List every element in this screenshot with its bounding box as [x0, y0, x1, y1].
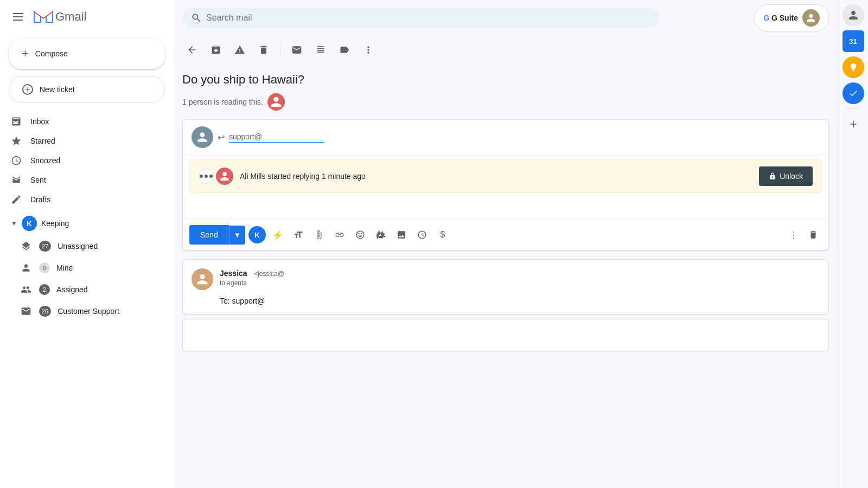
inbox-label: Inbox — [30, 117, 49, 126]
unassigned-label: Unassigned — [58, 242, 98, 251]
message-body: To: support@ — [192, 297, 820, 305]
mail-icon — [20, 305, 33, 318]
mine-label: Mine — [56, 264, 73, 272]
gsuite-g-label: G G Suite — [763, 14, 798, 22]
main-content: G G Suite — [174, 0, 838, 488]
discard-draft-button[interactable] — [805, 226, 822, 243]
reply-user-avatar — [192, 126, 213, 148]
menu-icon[interactable] — [9, 9, 27, 25]
inbox-icon — [11, 116, 22, 127]
compose-button[interactable]: + Compose — [9, 38, 165, 69]
star-icon — [11, 136, 22, 146]
sidebar-header: Gmail — [0, 4, 174, 34]
compose-plus-icon: + — [22, 47, 29, 61]
link-button[interactable] — [331, 226, 348, 243]
layers-icon — [20, 240, 33, 253]
check-right-button[interactable] — [843, 82, 864, 104]
sent-label: Sent — [30, 176, 46, 184]
keeping-k-right-icon[interactable] — [843, 4, 864, 26]
reading-bar: 1 person is reading this. — [182, 93, 829, 111]
toolbar-separator — [280, 44, 280, 55]
emoji-button[interactable] — [352, 226, 369, 243]
sidebar-item-mine[interactable]: 0 Mine — [0, 257, 174, 279]
typing-dots — [200, 175, 213, 178]
sender-name: Jessica — [220, 269, 247, 278]
calendar-right-button[interactable]: 31 — [843, 30, 864, 52]
reply-toolbar: Send ▼ K ⚡ — [183, 219, 828, 250]
sidebar-item-sent[interactable]: Sent — [0, 170, 165, 190]
label-button[interactable] — [335, 40, 354, 60]
reply-box: ↩ — [182, 119, 829, 251]
gmail-logo: Gmail — [34, 10, 86, 24]
send-icon — [11, 175, 22, 185]
dollar-button[interactable]: $ — [434, 226, 451, 243]
lightning-button[interactable]: ⚡ — [269, 226, 286, 243]
drafts-label: Drafts — [30, 195, 50, 204]
delete-button[interactable] — [254, 40, 273, 60]
sidebar-item-assigned[interactable]: 2 Assigned — [0, 279, 174, 300]
reply-to-input[interactable] — [229, 132, 324, 143]
email-toolbar — [174, 36, 838, 64]
image-button[interactable] — [393, 226, 410, 243]
format-button[interactable] — [290, 226, 307, 243]
calendar-date: 31 — [849, 37, 857, 46]
sidebar-item-drafts[interactable]: Drafts — [0, 190, 165, 209]
new-ticket-button[interactable]: + New ticket — [9, 76, 165, 103]
new-ticket-circle-icon: + — [22, 84, 33, 95]
people-icon — [20, 283, 33, 296]
dot-3 — [209, 175, 213, 178]
user-avatar — [802, 9, 820, 27]
customer-support-badge: 26 — [39, 306, 51, 317]
right-sidebar-separator — [847, 108, 860, 109]
gsuite-text: G Suite — [771, 14, 798, 22]
sidebar-item-snoozed[interactable]: Snoozed — [0, 151, 165, 170]
compose-label: Compose — [35, 49, 68, 58]
unassigned-badge: 27 — [39, 241, 51, 252]
reply-header: ↩ — [183, 120, 828, 155]
attach-button[interactable] — [310, 226, 328, 243]
keeping-label: Keeping — [41, 219, 69, 228]
bulb-right-button[interactable] — [843, 56, 864, 78]
drive-button[interactable] — [372, 226, 390, 243]
reply-toolbar-end: ⋮ — [785, 226, 822, 243]
archive-button[interactable] — [206, 40, 226, 60]
snoozed-label: Snoozed — [30, 156, 60, 165]
sidebar: Gmail + Compose + New ticket Inbox Starr… — [0, 0, 174, 488]
typing-text: Ali Mills started replying 1 minute ago — [240, 172, 752, 181]
mark-read-button[interactable] — [287, 40, 307, 60]
more-options-button[interactable] — [359, 40, 378, 60]
message-header: Jessica <jessica@ to agents — [192, 268, 820, 290]
typing-dots-container — [199, 169, 214, 184]
keeping-k-toolbar-button[interactable]: K — [248, 226, 266, 243]
more-reply-options-button[interactable]: ⋮ — [785, 226, 802, 243]
typing-banner: Ali Mills started replying 1 minute ago … — [189, 159, 822, 193]
back-button[interactable] — [182, 40, 202, 60]
bottom-card — [182, 319, 829, 351]
sidebar-item-customer-support[interactable]: 26 Customer Support — [0, 300, 174, 322]
report-button[interactable] — [230, 40, 250, 60]
keeping-section: ▼ K Keeping 27 Unassigned 0 Mine — [0, 211, 174, 322]
search-input[interactable] — [206, 13, 651, 23]
send-caret-button[interactable]: ▼ — [229, 226, 245, 245]
top-bar: G G Suite — [174, 0, 838, 36]
reply-icon: ↩ — [218, 132, 225, 143]
right-sidebar: 31 — [838, 0, 868, 488]
compose-area[interactable] — [183, 197, 828, 219]
add-right-button[interactable] — [843, 113, 864, 135]
to-support-text: To: support@ — [220, 297, 265, 305]
sender-email: <jessica@ — [254, 270, 284, 278]
customer-support-label: Customer Support — [58, 307, 119, 316]
reading-avatar — [267, 93, 285, 111]
unlock-button[interactable]: Unlock — [759, 166, 813, 186]
search-bar[interactable] — [182, 8, 660, 28]
gsuite-button[interactable]: G G Suite — [754, 4, 829, 31]
move-button[interactable] — [311, 40, 330, 60]
sidebar-item-starred[interactable]: Starred — [0, 131, 165, 151]
schedule-button[interactable] — [413, 226, 431, 243]
sidebar-item-inbox[interactable]: Inbox — [0, 112, 165, 131]
reading-text: 1 person is reading this. — [182, 98, 263, 106]
keeping-chevron-icon: ▼ — [11, 220, 17, 227]
keeping-header[interactable]: ▼ K Keeping — [0, 211, 174, 235]
send-button[interactable]: Send — [189, 225, 229, 245]
sidebar-item-unassigned[interactable]: 27 Unassigned — [0, 235, 174, 257]
